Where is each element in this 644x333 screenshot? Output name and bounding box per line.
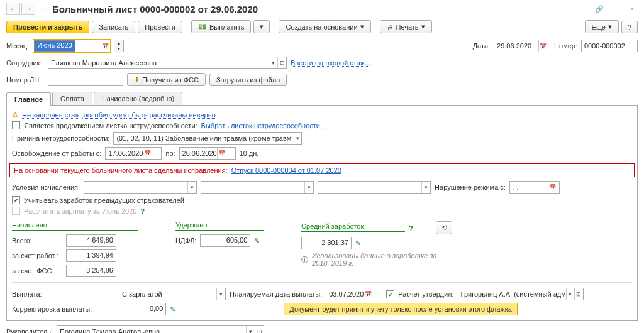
reason-input[interactable]: (01, 02, 10, 11) Заболевание или травма …	[113, 132, 302, 145]
number-input[interactable]: 0000-000002	[581, 40, 638, 52]
post-close-button[interactable]: Провести и закрыть	[6, 21, 89, 33]
info-icon: ⓘ	[301, 255, 308, 265]
fss-input[interactable]: 3 254,86	[66, 265, 116, 277]
conditions-input-2[interactable]: ▾	[201, 181, 314, 194]
correction-label: Корректировка выплаты:	[12, 305, 92, 313]
calendar-icon[interactable]: 📅	[101, 40, 109, 52]
get-fss-button[interactable]: ⬇Получить из ФСС	[127, 73, 206, 86]
consider-prev-checkbox[interactable]: ✔	[12, 196, 20, 204]
date-input[interactable]: 29.06.2020📅	[494, 40, 550, 52]
page-title: Больничный лист 0000-000002 от 29.06.202…	[52, 4, 258, 14]
correction-input[interactable]: 0,00	[116, 303, 166, 315]
absence-label: Освобождение от работы с:	[12, 150, 101, 157]
manager-input[interactable]: Погодина Тамара Анатольевна▾⊡	[57, 325, 264, 333]
consider-prev-label: Учитывать заработок предыдущих страховат…	[24, 197, 184, 204]
corrections-link[interactable]: Отпуск 0000-000004 от 01.07.2020	[231, 166, 341, 174]
date-to-input[interactable]: 26.06.2020📅	[179, 147, 236, 160]
options-icon[interactable]: ⋮	[610, 3, 621, 14]
conditions-input-1[interactable]: ▾	[84, 181, 197, 194]
avg-hint: Использованы данные о заработке за 2018,…	[312, 252, 438, 267]
accrued-header: Начислено	[12, 221, 138, 231]
number-label: Номер:	[554, 42, 577, 50]
print-button[interactable]: 🖨Печать ▾	[380, 20, 432, 33]
approved-checkbox[interactable]: ✔	[386, 290, 394, 298]
ln-label: Номер ЛН:	[6, 76, 44, 84]
date-label: Дата:	[473, 42, 490, 50]
month-spinner[interactable]: ▴▾	[114, 40, 124, 52]
post-button[interactable]: Провести	[138, 21, 182, 33]
corrections-box: На основании текущего больничного листа …	[9, 163, 635, 177]
close-icon[interactable]: ×	[626, 3, 638, 14]
tab-main[interactable]: Главное	[6, 92, 51, 106]
more-button[interactable]: Еще ▾	[585, 20, 619, 33]
stazh-warning[interactable]: Не заполнен стаж, пособия могут быть рас…	[22, 111, 216, 119]
employer-input[interactable]: 1 394,94	[66, 249, 116, 262]
continuation-checkbox[interactable]	[12, 121, 20, 129]
approval-warning: Документ будет принят к учету только пос…	[284, 303, 518, 315]
approver-input[interactable]: Григорьянц А.А. (системный адми▾⊡	[458, 288, 584, 300]
days-label: 10 дн.	[240, 150, 259, 157]
date-from-input[interactable]: 17.06.2020📅	[105, 147, 162, 160]
star-icon[interactable]: ☆	[39, 4, 47, 14]
payout-label: Выплата:	[12, 290, 57, 298]
save-button[interactable]: Записать	[92, 21, 135, 33]
reason-label: Причина нетрудоспособности:	[12, 134, 109, 142]
conditions-label: Условия исчисления:	[12, 183, 80, 191]
month-label: Месяц:	[6, 42, 29, 50]
calc-help-icon[interactable]: ?	[140, 207, 145, 215]
ln-input[interactable]	[48, 74, 123, 86]
pay-extra-button[interactable]: ▾	[253, 20, 270, 33]
total-label: Всего:	[12, 237, 62, 244]
employee-input[interactable]: Елишева Маргарита Алексеевна▾⊡	[48, 57, 287, 69]
avg-help-icon[interactable]: ?	[409, 224, 413, 232]
total-input[interactable]: 4 649,80	[66, 234, 116, 247]
violation-label: Нарушение режима с:	[435, 183, 506, 191]
to-label: по:	[165, 150, 175, 157]
fss-share-label: за счет ФСС:	[12, 267, 62, 275]
pay-button[interactable]: 💵Выплатить	[191, 20, 251, 33]
avg-input[interactable]: 2 301,37	[301, 237, 352, 249]
nav-forward[interactable]: →	[21, 3, 35, 15]
employer-label: за счет работ.:	[12, 252, 62, 259]
continuation-label: Является продолжением листка нетрудоспос…	[24, 122, 197, 129]
ndfl-label: НДФЛ:	[175, 237, 196, 244]
help-button[interactable]: ?	[621, 21, 638, 33]
avg-header: Средний заработок	[301, 222, 405, 232]
planned-label: Планируемая дата выплаты:	[230, 290, 322, 298]
approved-label: Расчет утвердил:	[398, 290, 453, 298]
warning-icon: ⚠	[12, 111, 18, 119]
payout-input[interactable]: С зарплатой▾	[119, 288, 226, 300]
planned-date-input[interactable]: 03.07.2020📅	[326, 288, 382, 300]
nav-back[interactable]: ←	[6, 3, 20, 15]
ndfl-input[interactable]: 605,00	[200, 234, 250, 247]
load-file-button[interactable]: Загрузить из файла	[209, 74, 287, 86]
calc-salary-checkbox	[12, 207, 20, 215]
violation-date-input[interactable]: . . .📅	[509, 181, 560, 194]
conditions-input-3[interactable]: ▾	[318, 181, 431, 194]
month-input[interactable]: Июнь 2020 📅	[33, 39, 111, 53]
tab-accrued[interactable]: Начислено (подробно)	[94, 92, 182, 105]
create-basis-button[interactable]: Создать на основании ▾	[279, 20, 370, 33]
tab-payment[interactable]: Оплата	[52, 92, 92, 105]
refresh-button[interactable]: ⟲	[436, 221, 452, 234]
ndfl-edit-icon[interactable]: ✎	[254, 237, 260, 245]
select-sheet-link[interactable]: Выбрать листок нетрудоспособности...	[201, 122, 326, 129]
attachment-icon[interactable]: 🔗	[594, 3, 605, 14]
avg-edit-icon[interactable]: ✎	[355, 239, 361, 248]
correction-edit-icon[interactable]: ✎	[170, 305, 175, 314]
insurance-link[interactable]: Ввести страховой стаж...	[291, 59, 370, 67]
withheld-header: Удержано	[175, 221, 264, 231]
employee-label: Сотрудник:	[6, 59, 44, 67]
corrections-text: На основании текущего больничного листа …	[14, 166, 228, 174]
calc-salary-label: Рассчитать зарплату за Июнь 2020	[24, 207, 136, 215]
manager-label: Руководитель:	[6, 328, 53, 333]
